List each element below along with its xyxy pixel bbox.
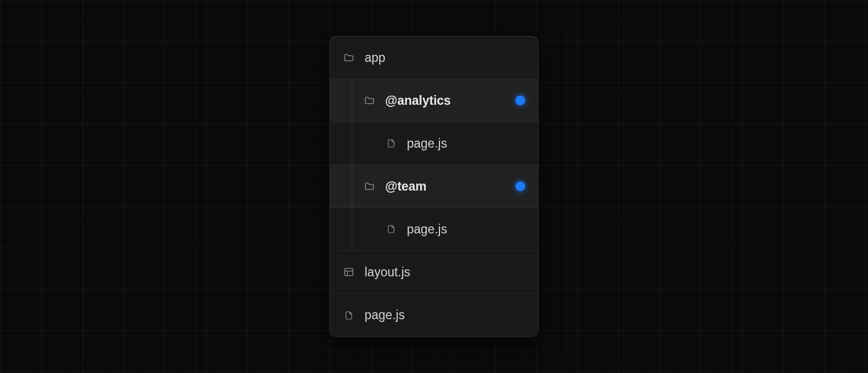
status-dot-icon xyxy=(515,96,525,105)
tree-item-label: page.js xyxy=(365,308,405,323)
folder-icon xyxy=(363,94,375,106)
file-tree: app @analytics page.js @team xyxy=(329,36,539,337)
file-icon xyxy=(385,223,397,235)
tree-item-label: page.js xyxy=(407,222,447,237)
tree-item-team-page[interactable]: page.js xyxy=(330,208,538,251)
tree-item-layout[interactable]: layout.js xyxy=(330,251,538,294)
folder-icon xyxy=(343,52,355,64)
tree-item-label: @team xyxy=(385,179,426,194)
file-icon xyxy=(385,137,397,149)
tree-item-page[interactable]: page.js xyxy=(330,294,538,337)
tree-item-analytics-page[interactable]: page.js xyxy=(330,122,538,165)
tree-item-analytics[interactable]: @analytics xyxy=(330,79,538,122)
file-icon xyxy=(343,309,355,321)
tree-item-label: page.js xyxy=(407,136,447,151)
folder-icon xyxy=(363,180,375,192)
tree-item-label: layout.js xyxy=(365,265,410,280)
layout-icon xyxy=(343,266,355,278)
status-dot-icon xyxy=(515,181,525,191)
tree-item-team[interactable]: @team xyxy=(330,165,538,208)
tree-item-app[interactable]: app xyxy=(330,36,538,79)
tree-item-label: @analytics xyxy=(385,93,451,108)
svg-rect-0 xyxy=(345,268,353,275)
tree-item-label: app xyxy=(365,50,385,65)
